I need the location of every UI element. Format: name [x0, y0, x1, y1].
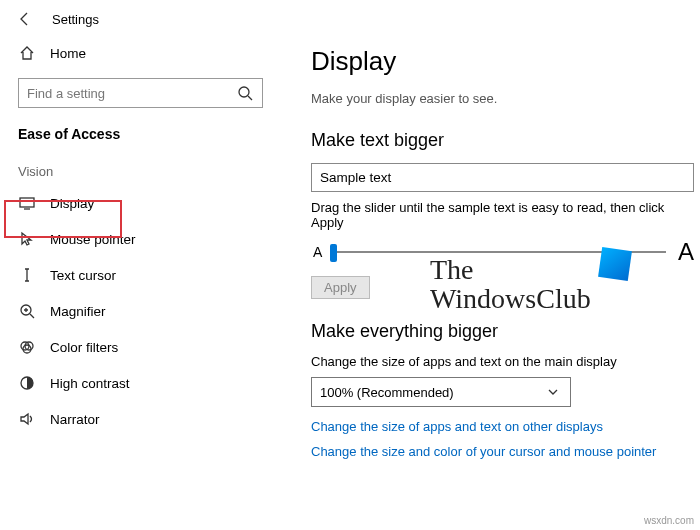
sidebar-item-text-cursor[interactable]: Text cursor: [4, 257, 275, 293]
nav-label: Display: [50, 196, 94, 211]
text-cursor-icon: [18, 266, 36, 284]
sidebar: Home Find a setting Ease of Access Visio…: [0, 38, 275, 528]
color-filters-icon: [18, 338, 36, 356]
svg-rect-1: [20, 198, 34, 207]
magnifier-icon: [18, 302, 36, 320]
window-title: Settings: [52, 12, 99, 27]
narrator-icon: [18, 410, 36, 428]
sidebar-item-color-filters[interactable]: Color filters: [4, 329, 275, 365]
sidebar-item-display[interactable]: Display: [4, 185, 275, 221]
back-icon[interactable]: [16, 10, 34, 28]
link-other-displays[interactable]: Change the size of apps and text on othe…: [311, 419, 694, 434]
sample-text-box: Sample text: [311, 163, 694, 192]
home-button[interactable]: Home: [4, 38, 275, 68]
window-header: Settings: [0, 0, 700, 38]
nav-label: Color filters: [50, 340, 118, 355]
svg-point-0: [239, 87, 249, 97]
slider-max-label: A: [678, 238, 694, 266]
text-size-slider[interactable]: A A: [311, 238, 694, 266]
sidebar-item-high-contrast[interactable]: High contrast: [4, 365, 275, 401]
page-title: Display: [311, 46, 694, 77]
search-icon: [236, 84, 254, 102]
chevron-down-icon: [544, 383, 562, 401]
page-subtitle: Make your display easier to see.: [311, 91, 694, 106]
group-title: Vision: [4, 154, 275, 185]
home-icon: [18, 44, 36, 62]
main-content: Display Make your display easier to see.…: [275, 38, 700, 528]
apply-button[interactable]: Apply: [311, 276, 370, 299]
slider-thumb[interactable]: [330, 244, 337, 262]
section-make-text-bigger: Make text bigger: [311, 130, 694, 151]
sidebar-item-narrator[interactable]: Narrator: [4, 401, 275, 437]
search-input[interactable]: Find a setting: [18, 78, 263, 108]
nav-label: Narrator: [50, 412, 100, 427]
section-make-everything-bigger: Make everything bigger: [311, 321, 694, 342]
section-title: Ease of Access: [4, 122, 275, 154]
search-placeholder: Find a setting: [27, 86, 105, 101]
slider-hint: Drag the slider until the sample text is…: [311, 200, 694, 230]
link-cursor-pointer[interactable]: Change the size and color of your cursor…: [311, 444, 694, 459]
footer-watermark: wsxdn.com: [644, 515, 694, 526]
mouse-pointer-icon: [18, 230, 36, 248]
scale-description: Change the size of apps and text on the …: [311, 354, 694, 369]
slider-min-label: A: [313, 244, 322, 260]
sidebar-item-mouse-pointer[interactable]: Mouse pointer: [4, 221, 275, 257]
high-contrast-icon: [18, 374, 36, 392]
slider-track[interactable]: [330, 251, 666, 253]
scale-dropdown[interactable]: 100% (Recommended): [311, 377, 571, 407]
sidebar-item-magnifier[interactable]: Magnifier: [4, 293, 275, 329]
dropdown-value: 100% (Recommended): [320, 385, 454, 400]
nav-label: Magnifier: [50, 304, 106, 319]
nav-label: Mouse pointer: [50, 232, 136, 247]
display-icon: [18, 194, 36, 212]
home-label: Home: [50, 46, 86, 61]
nav-label: High contrast: [50, 376, 130, 391]
nav-label: Text cursor: [50, 268, 116, 283]
